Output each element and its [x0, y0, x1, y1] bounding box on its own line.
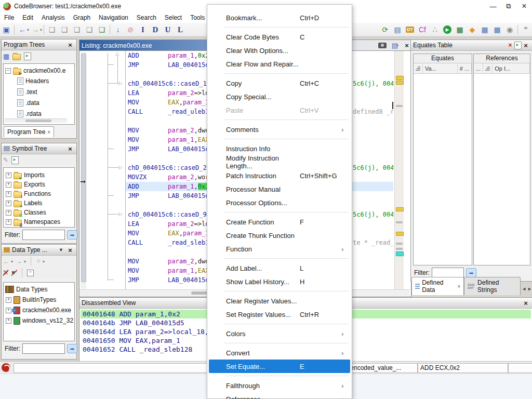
- tab-scroll-right-icon[interactable]: ►: [527, 286, 532, 291]
- menu-navigation[interactable]: Navigation: [95, 13, 132, 22]
- context-menu-item-create-function[interactable]: Create FunctionF: [207, 215, 352, 229]
- delete-icon[interactable]: ×: [506, 42, 514, 49]
- diamond-icon[interactable]: ◆: [466, 24, 478, 35]
- menu-tools[interactable]: Tools: [186, 13, 209, 22]
- dots-filter-icon[interactable]: ⁘: [36, 258, 41, 265]
- doc-clock-icon[interactable]: ❏: [96, 24, 108, 35]
- context-menu-item-comments[interactable]: Comments›: [207, 123, 352, 136]
- tree-item-data-types-root[interactable]: Data Types: [5, 285, 47, 294]
- nav-doc-icon-2[interactable]: ❏: [58, 24, 71, 35]
- collapse-all-icon[interactable]: −: [27, 270, 34, 276]
- snapshot-icon[interactable]: [24, 52, 31, 60]
- expand-icon[interactable]: +: [6, 318, 11, 324]
- filter-options-icon[interactable]: ➡: [67, 344, 77, 353]
- context-menu-item-clear-flow-and-repair[interactable]: Clear Flow and Repair...: [207, 57, 352, 71]
- nav-doc-icon-4[interactable]: ❏: [83, 24, 96, 35]
- tab-program-tree[interactable]: Program Tree ×: [4, 126, 54, 137]
- expand-icon[interactable]: +: [6, 172, 11, 178]
- tree-item-builtintypes[interactable]: +BuiltInTypes: [6, 295, 56, 304]
- tab-scroll-left-icon[interactable]: ◄: [522, 286, 526, 291]
- listing-view-icon[interactable]: ▤: [391, 24, 404, 35]
- nav-doc-icon-1[interactable]: ❏: [46, 24, 58, 35]
- symbol-tree-close-icon[interactable]: ×: [66, 145, 74, 153]
- letter-d-icon[interactable]: D: [149, 24, 162, 35]
- sidebar-item-exports[interactable]: +Exports: [6, 180, 45, 189]
- context-menu-item-modify-instruction-length[interactable]: Modify Instruction Length...: [207, 155, 352, 169]
- minimize-button[interactable]: —: [485, 1, 501, 12]
- new-tree-icon[interactable]: ▦: [3, 52, 9, 60]
- context-menu-item-paste[interactable]: PasteCtrl+V: [207, 103, 352, 117]
- back-icon[interactable]: ←: [3, 258, 9, 265]
- context-menu-item-show-label-history[interactable]: Show Label History...H: [207, 275, 352, 288]
- tab-close-icon[interactable]: ×: [457, 284, 460, 289]
- restore-button[interactable]: ⧉: [501, 1, 516, 12]
- column-sort-icon[interactable]: [414, 63, 423, 73]
- context-menu-item-references[interactable]: References›: [207, 392, 352, 399]
- tree-item-text[interactable]: .text: [17, 87, 37, 97]
- expand-icon[interactable]: +: [6, 308, 11, 313]
- sidebar-item-labels[interactable]: +●Labels: [6, 198, 42, 208]
- function-graph-icon[interactable]: ∴: [429, 24, 441, 35]
- no-entry-icon[interactable]: ⊘: [124, 24, 137, 35]
- sidebar-item-imports[interactable]: +▲Imports: [6, 170, 45, 180]
- expand-icon[interactable]: +: [6, 191, 11, 197]
- column-header-dots[interactable]: ...: [474, 63, 483, 73]
- context-menu-item-instruction-info[interactable]: Instruction Info: [207, 142, 352, 155]
- dtm-menu-chevron-icon[interactable]: ▼: [59, 247, 66, 252]
- column-sort-icon[interactable]: [483, 63, 493, 73]
- context-menu-item-processor-options[interactable]: Processor Options...: [207, 196, 352, 209]
- context-menu-item-function[interactable]: Function›: [207, 242, 352, 256]
- letter-i-icon[interactable]: I: [137, 24, 149, 35]
- chevron-down-icon[interactable]: ▾: [396, 43, 398, 48]
- strike-pointer-icon[interactable]: ☛: [11, 269, 17, 276]
- context-menu-item-bookmark[interactable]: Bookmark...Ctrl+D: [207, 11, 352, 24]
- context-menu-item-processor-manual[interactable]: Processor Manual: [207, 182, 352, 196]
- expand-icon[interactable]: +: [6, 182, 11, 188]
- context-menu-item-create-thunk-function[interactable]: Create Thunk Function: [207, 229, 352, 242]
- menu-search[interactable]: Search: [132, 13, 161, 22]
- menu-graph[interactable]: Graph: [69, 13, 95, 22]
- tree-item-windows_vs12_32[interactable]: +windows_vs12_32: [6, 316, 73, 325]
- nav-doc-icon-3[interactable]: ❏: [71, 24, 83, 35]
- listing-vertical-scrollbar[interactable]: [81, 52, 86, 289]
- expand-icon[interactable]: +: [6, 219, 11, 225]
- close-button[interactable]: ×: [516, 1, 532, 12]
- context-menu-item-copy[interactable]: CopyCtrl+C: [207, 76, 352, 90]
- tree-item-rdata[interactable]: .rdata: [17, 109, 42, 118]
- tree-item-Headers[interactable]: Headers: [17, 76, 49, 86]
- expand-icon[interactable]: +: [6, 297, 11, 303]
- equates-filter-input[interactable]: [432, 268, 464, 278]
- context-menu-item-clear-with-options[interactable]: Clear With Options...: [207, 44, 352, 57]
- open-folder-icon[interactable]: [12, 54, 21, 60]
- snapshot-icon[interactable]: [514, 42, 522, 49]
- context-menu-item-clear-register-values[interactable]: Clear Register Values...: [207, 294, 352, 308]
- listing-close-icon[interactable]: ×: [403, 42, 411, 49]
- column-header-refs[interactable]: # ...: [458, 63, 472, 73]
- tree-item-root[interactable]: − ➤ crackme0x00.e: [5, 66, 65, 75]
- context-menu-item-colors[interactable]: Colors›: [207, 327, 352, 340]
- cf-icon[interactable]: Cf: [416, 24, 429, 35]
- tab-close-icon[interactable]: ×: [47, 129, 50, 135]
- context-menu-item-set-register-values[interactable]: Set Register Values...Ctrl+R: [207, 308, 352, 321]
- forward-icon[interactable]: →: [16, 258, 22, 265]
- menu-analysis[interactable]: Analysis: [37, 13, 69, 22]
- context-menu-item-add-label[interactable]: Add Label...L: [207, 261, 352, 275]
- program-trees-close-icon[interactable]: ×: [66, 41, 74, 49]
- menu-file[interactable]: File: [0, 13, 18, 22]
- dtm-close-icon[interactable]: ×: [66, 246, 74, 254]
- play-icon[interactable]: ▶: [441, 24, 454, 35]
- tree-item-crackme0x00.exe[interactable]: +✓crackme0x00.exe: [6, 305, 71, 315]
- tree-item-data[interactable]: .data: [17, 98, 39, 108]
- sidebar-item-classes[interactable]: +CClasses: [6, 208, 46, 217]
- letter-u-icon[interactable]: U: [162, 24, 174, 35]
- symbol-filter-input[interactable]: [22, 230, 65, 240]
- collapse-icon[interactable]: −: [5, 68, 11, 74]
- snapshot-icon[interactable]: [11, 156, 19, 164]
- strike-pencil-icon[interactable]: ✎: [3, 269, 8, 276]
- tab-defined-data[interactable]: Defined Data ×: [411, 277, 464, 295]
- dtm-filter-input[interactable]: [22, 343, 65, 354]
- data-types-icon[interactable]: DT: [404, 24, 416, 35]
- memory-icon[interactable]: ▦: [454, 24, 466, 35]
- expand-icon[interactable]: +: [6, 210, 11, 216]
- context-menu-item-fallthrough[interactable]: Fallthrough›: [207, 379, 352, 392]
